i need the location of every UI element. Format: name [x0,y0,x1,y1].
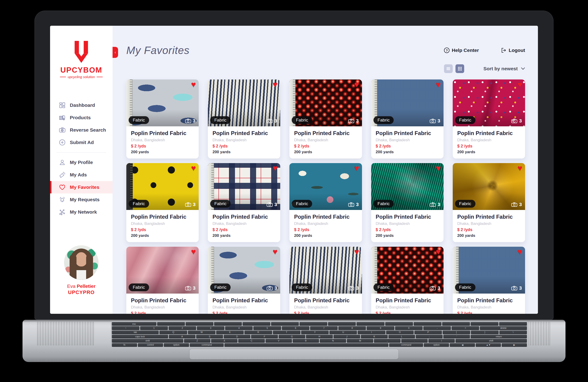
fabric-card[interactable]: ♥ Fabric 3 Poplin Printed Fabric Dhaka, … [289,247,362,314]
key-\: \ [499,331,527,334]
list-view-button[interactable] [444,64,453,73]
category-badge: Fabric [374,283,394,291]
fabric-title: Poplin Printed Fabric [457,130,521,136]
category-badge: Fabric [210,200,231,208]
favorite-heart-icon[interactable]: ♥ [354,248,359,256]
sidebar: UPCYBOM upcycling solution DashboardProd… [50,26,113,314]
grid-view-button[interactable] [456,64,464,73]
fabric-card[interactable]: ♥ Fabric 3 Poplin Printed Fabric Dhaka, … [371,80,443,158]
fabric-card[interactable]: ♥ Fabric 3 Poplin Printed Fabric Dhaka, … [371,247,443,314]
photo-count-number: 3 [356,118,359,124]
fabric-photo-plaid: ♥ Fabric 3 [208,163,280,210]
fabric-price: $ 2 /yds [376,227,439,232]
fabric-title: Poplin Printed Fabric [212,297,276,304]
favorite-heart-icon[interactable]: ♥ [354,80,359,89]
favorite-heart-icon[interactable]: ♥ [191,248,196,256]
fabric-price: $ 2 /yds [212,227,276,232]
camera-icon [185,202,191,207]
view-toggle [444,64,464,73]
fabric-quantity: 200 yards [457,233,521,238]
camera-icon [511,202,517,207]
favorite-heart-icon[interactable]: ♥ [436,164,441,172]
photo-count: 3 [267,118,277,124]
sidebar-item-my-ads[interactable]: My Ads [50,169,113,181]
sidebar-item-dashboard[interactable]: Dashboard [50,99,113,111]
favorite-heart-icon[interactable]: ♥ [518,248,522,256]
key-shift: shift [112,339,183,342]
key-control: control [138,343,163,347]
key-/: / [428,339,455,342]
fabric-card[interactable]: ♥ Fabric 3 Poplin Printed Fabric Dhaka, … [126,80,199,158]
favorite-heart-icon[interactable]: ♥ [273,164,277,172]
category-badge: Fabric [455,200,475,208]
avatar-face [75,252,87,266]
brand-logo: UPCYBOM upcycling solution [50,41,113,79]
key-blank [385,322,413,326]
fabric-card[interactable]: ♥ Fabric 3 Poplin Printed Fabric Dhaka, … [208,163,280,242]
fabric-card[interactable]: ♥ Fabric 3 Poplin Printed Fabric Dhaka, … [208,247,280,314]
fabric-card[interactable]: ♥ Fabric 3 Poplin Printed Fabric Dhaka, … [289,163,362,242]
key-command: command [389,343,423,347]
sidebar-item-submit-ad[interactable]: Submit Ad [50,136,113,149]
fabric-card[interactable]: ♥ Fabric 3 Poplin Printed Fabric Dhaka, … [453,163,525,242]
photo-count: 3 [511,202,522,207]
photo-count-number: 3 [193,118,196,124]
favorite-heart-icon[interactable]: ♥ [518,80,522,89]
avatar-hair-strand [70,255,77,280]
sidebar-item-my-network[interactable]: My Network [50,206,113,218]
key-B: B [293,339,319,342]
key-N: N [320,339,346,342]
category-badge: Fabric [210,116,231,124]
key-3: 3 [197,326,224,330]
photo-count-number: 3 [519,285,522,291]
camera-icon [430,202,436,207]
fabric-card[interactable]: ♥ Fabric 3 Poplin Printed Fabric Dhaka, … [289,80,362,158]
fabric-info: Poplin Printed Fabric Dhaka, Bangladesh … [126,294,199,314]
fabric-location: Dhaka, Bangladesh [212,221,276,226]
key-O: O [386,331,414,334]
sidebar-item-products[interactable]: Products [50,111,113,124]
favorite-heart-icon[interactable]: ♥ [191,80,196,89]
keyboard-row: caps lockASDFGHJKL;'return [112,335,527,338]
fabric-card[interactable]: ♥ Fabric 3 Poplin Printed Fabric Dhaka, … [453,247,525,314]
fabric-info: Poplin Printed Fabric Dhaka, Bangladesh … [453,294,525,314]
brand-name: UPCYBOM [50,66,113,74]
favorite-heart-icon[interactable]: ♥ [354,164,359,172]
favorite-heart-icon[interactable]: ♥ [191,164,196,172]
logout-link[interactable]: Logout [501,47,525,53]
favorite-heart-icon[interactable]: ♥ [273,248,277,256]
laptop-base: esc~1234567890-=deletetabQWERTYUIOP[]\ca… [22,320,566,362]
fabric-photo-pleat-green: ♥ Fabric 3 [371,163,443,210]
fabric-photo-zebra: ♥ Fabric 3 [289,247,362,294]
sidebar-collapse-button[interactable]: ‹ [113,47,118,58]
key-option: option [164,343,189,347]
fabric-card[interactable]: ♥ Fabric 3 Poplin Printed Fabric Dhaka, … [453,80,525,158]
favorite-heart-icon[interactable]: ♥ [518,164,522,172]
favorite-heart-icon[interactable]: ♥ [436,248,441,256]
fabric-location: Dhaka, Bangladesh [376,138,439,142]
key-T: T [273,331,300,334]
photo-count: 3 [185,118,196,124]
favorite-heart-icon[interactable]: ♥ [273,80,277,89]
fabric-card[interactable]: ♥ Fabric 3 Poplin Printed Fabric Dhaka, … [126,247,199,314]
favorite-heart-icon[interactable]: ♥ [436,80,441,89]
key-V: V [266,339,292,342]
list-icon [446,67,450,71]
sort-dropdown[interactable]: Sort by newest [483,66,525,71]
key-A: A [169,335,196,338]
sidebar-item-my-favorites[interactable]: My Favorites [50,181,113,193]
help-center-link[interactable]: ? Help Center [444,47,479,53]
fabric-card[interactable]: ♥ Fabric 3 Poplin Printed Fabric Dhaka, … [126,163,199,242]
fabric-location: Dhaka, Bangladesh [131,221,194,226]
fabric-card[interactable]: ♥ Fabric 3 Poplin Printed Fabric Dhaka, … [208,80,280,158]
fabric-card[interactable]: ♥ Fabric 3 Poplin Printed Fabric Dhaka, … [371,163,443,242]
fabric-quantity: 200 yards [212,150,276,154]
key-E: E [216,331,244,334]
sidebar-item-reverse-search[interactable]: Reverse Search [50,124,113,136]
camera-icon [59,127,66,133]
sidebar-item-my-requests[interactable]: My Requests [50,193,113,206]
fabric-location: Dhaka, Bangladesh [212,305,276,310]
fabric-location: Dhaka, Bangladesh [294,138,357,142]
category-badge: Fabric [292,200,312,208]
sidebar-item-my-profile[interactable]: My Profile [50,156,113,169]
